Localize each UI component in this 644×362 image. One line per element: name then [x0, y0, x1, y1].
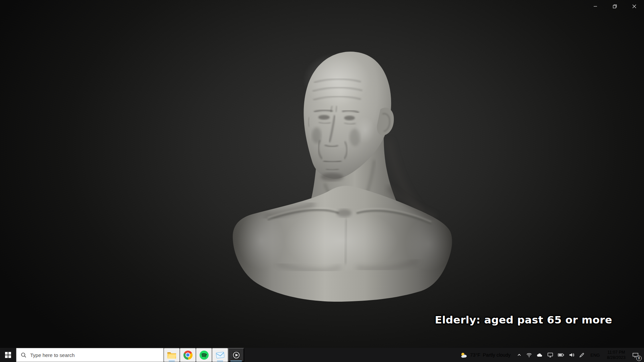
display-button[interactable] — [545, 348, 555, 362]
maximize-restore-button[interactable] — [605, 0, 625, 13]
pen-button[interactable] — [577, 348, 587, 362]
subtitle-caption: Elderly: aged past 65 or more — [435, 314, 612, 326]
taskbar-apps — [164, 348, 244, 362]
close-icon — [632, 4, 636, 8]
chevron-up-icon — [517, 353, 522, 357]
restore-icon — [613, 4, 617, 8]
volume-icon — [569, 352, 575, 358]
taskbar-app-chrome[interactable] — [180, 348, 196, 362]
weather-temp: 73°F — [470, 352, 480, 358]
battery-icon — [558, 353, 564, 357]
search-icon — [21, 352, 26, 358]
minimize-button[interactable] — [586, 0, 605, 13]
weather-condition: Partly cloudy — [483, 352, 511, 358]
spotify-icon — [200, 351, 209, 360]
clock-time: 11:07 PM — [607, 350, 625, 355]
minimize-icon — [593, 4, 597, 8]
onedrive-button[interactable] — [534, 348, 545, 362]
mail-app-icon — [215, 351, 224, 359]
taskbar-search-box[interactable] — [16, 348, 164, 362]
weather-widget[interactable]: 73°F Partly cloudy — [456, 348, 515, 362]
notification-badge: 8 — [636, 356, 642, 361]
search-input[interactable] — [30, 348, 159, 362]
taskbar-app-mail[interactable] — [212, 348, 228, 362]
taskbar-app-file-explorer[interactable] — [164, 348, 180, 362]
taskbar-app-media-player[interactable] — [228, 348, 244, 362]
taskbar-app-spotify[interactable] — [196, 348, 212, 362]
language-indicator[interactable]: ENG — [587, 348, 603, 362]
network-button[interactable] — [524, 348, 534, 362]
system-tray: 73°F Partly cloudy — [456, 348, 644, 362]
tray-overflow-button[interactable] — [515, 348, 524, 362]
language-label: ENG — [590, 353, 600, 358]
battery-button[interactable] — [555, 348, 567, 362]
clock-date: 8/28/2023 — [607, 355, 626, 360]
windows-logo-icon — [5, 352, 11, 358]
close-button[interactable] — [625, 0, 644, 13]
weather-icon — [460, 352, 468, 358]
volume-button[interactable] — [567, 348, 577, 362]
clock[interactable]: 11:07 PM 8/28/2023 — [603, 348, 629, 362]
window-controls — [586, 0, 644, 13]
taskbar: 73°F Partly cloudy — [0, 348, 644, 362]
start-button[interactable] — [0, 348, 16, 362]
media-player-icon — [232, 351, 241, 360]
action-center-button[interactable]: 8 — [629, 348, 644, 362]
file-explorer-icon — [167, 351, 176, 359]
elderly-bust-3d-model — [214, 29, 469, 311]
chrome-icon — [183, 351, 193, 360]
display-icon — [547, 352, 553, 358]
video-viewer: Elderly: aged past 65 or more — [0, 0, 644, 348]
wifi-icon — [526, 352, 532, 358]
onedrive-cloud-icon — [537, 353, 543, 357]
pen-icon — [579, 353, 584, 358]
